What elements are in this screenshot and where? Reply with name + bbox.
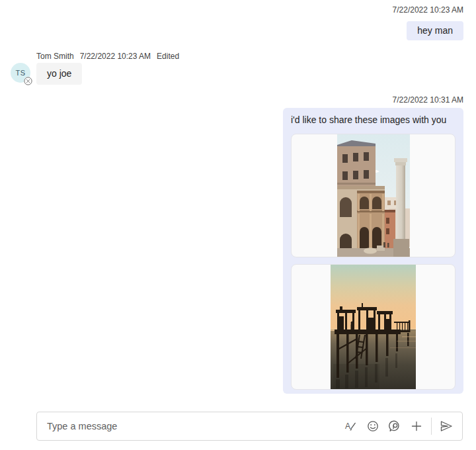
- sender-name[interactable]: Tom Smith: [36, 52, 74, 61]
- message-text: yo joe: [47, 68, 71, 79]
- format-icon[interactable]: A: [344, 419, 358, 433]
- avatar[interactable]: TS: [11, 63, 30, 83]
- message-bubble[interactable]: hey man: [407, 21, 463, 40]
- message-input[interactable]: [37, 412, 344, 440]
- message-composer: A: [36, 412, 463, 441]
- presence-blocked-icon: [24, 77, 32, 85]
- message-timestamp: 7/22/2022 10:23 AM: [393, 5, 463, 15]
- image-attachment-card[interactable]: [291, 264, 456, 390]
- loop-icon[interactable]: [387, 419, 402, 433]
- message-text: hey man: [417, 25, 453, 36]
- edited-label: Edited: [157, 52, 179, 61]
- pier-sunset-photo[interactable]: [331, 265, 416, 389]
- avatar-initials: TS: [16, 69, 26, 77]
- message-group-outgoing: 7/22/2022 10:23 AM hey man: [11, 5, 463, 40]
- emoji-icon[interactable]: [366, 419, 380, 433]
- message-text: i'd like to share these images with you: [291, 113, 456, 126]
- message-group-outgoing: 7/22/2022 10:31 AM i'd like to share the…: [11, 95, 463, 394]
- send-icon[interactable]: [439, 419, 454, 433]
- message-header: Tom Smith 7/22/2022 10:23 AM Edited: [36, 52, 179, 61]
- message-timestamp: 7/22/2022 10:31 AM: [393, 95, 463, 105]
- image-attachment-card[interactable]: [291, 134, 456, 257]
- svg-text:A: A: [345, 422, 350, 431]
- attach-plus-icon[interactable]: [409, 419, 424, 433]
- message-timestamp: 7/22/2022 10:23 AM: [80, 52, 151, 61]
- message-list: 7/22/2022 10:23 AM hey man Tom Smith 7/2…: [11, 0, 463, 394]
- message-group-incoming: Tom Smith 7/22/2022 10:23 AM Edited TS y…: [11, 52, 463, 85]
- composer-icon-row: A: [344, 418, 462, 435]
- message-bubble[interactable]: i'd like to share these images with you: [283, 108, 463, 394]
- chat-window: 7/22/2022 10:23 AM hey man Tom Smith 7/2…: [0, 0, 476, 450]
- message-bubble[interactable]: yo joe: [36, 63, 82, 85]
- composer-divider: [431, 418, 432, 435]
- roman-architecture-photo[interactable]: [337, 134, 410, 257]
